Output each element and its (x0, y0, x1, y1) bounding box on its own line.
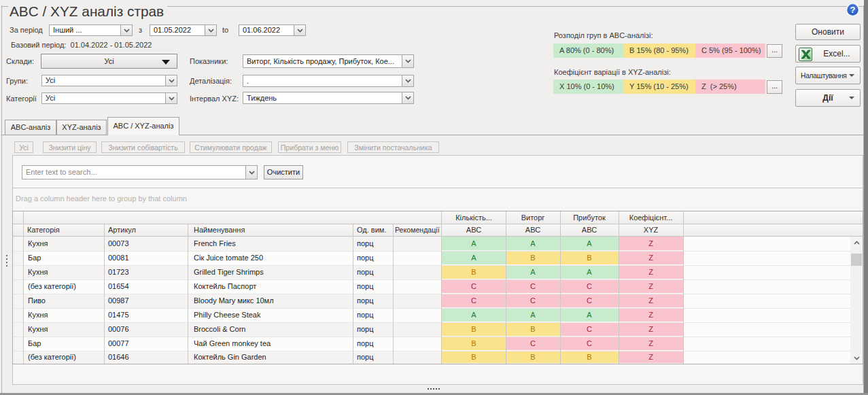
svg-text:?: ? (850, 5, 856, 15)
